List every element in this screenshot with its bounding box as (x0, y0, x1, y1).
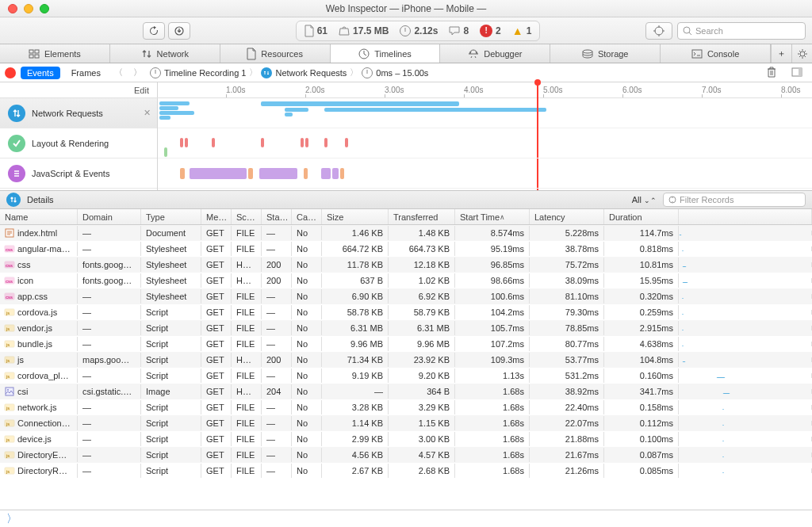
crumb-recording[interactable]: Timeline Recording 1 (150, 67, 247, 78)
minimize-window-button[interactable] (24, 4, 33, 13)
file-icon: js (5, 418, 14, 428)
column-header[interactable]: Domain (78, 209, 141, 224)
table-row[interactable]: jsdevice.js—ScriptGETFILE—No2.99 KB3.00 … (0, 431, 812, 447)
column-header[interactable]: Duration (604, 209, 679, 224)
svg-text:css: css (6, 295, 13, 300)
tab-console[interactable]: Console (661, 44, 771, 63)
error-count[interactable]: !2 (480, 25, 501, 37)
table-header[interactable]: NameDomainTypeMe…Sc…Sta…Ca…SizeTransferr… (0, 209, 812, 225)
column-header[interactable]: Transferred (389, 209, 455, 224)
file-icon: css (5, 276, 14, 285)
category-label: Layout & Rendering (32, 139, 109, 148)
column-header[interactable]: Sta… (262, 209, 292, 224)
column-header[interactable]: Sc… (232, 209, 262, 224)
category-label: Network Requests (32, 109, 103, 118)
table-row[interactable]: cssapp.css—StylesheetGETFILE—No6.90 KB6.… (0, 288, 812, 304)
table-row[interactable]: jsConnection…—ScriptGETFILE—No1.14 KB1.1… (0, 415, 812, 431)
column-header[interactable]: Start Time (455, 209, 530, 224)
net-icon (8, 105, 25, 122)
close-icon[interactable]: ✕ (144, 108, 151, 118)
crumb-range[interactable]: 0ms – 15.00s (362, 67, 428, 78)
column-header[interactable]: Size (322, 209, 389, 224)
plus-tab-button[interactable]: ＋ (771, 44, 791, 63)
svg-rect-6 (35, 55, 39, 58)
svg-text:css: css (6, 263, 13, 268)
scope-events[interactable]: Events (21, 67, 60, 79)
table-row[interactable]: cssiconfonts.goog…StylesheetGETHT…200No6… (0, 273, 812, 288)
file-icon: js (5, 307, 14, 317)
column-header[interactable]: Name (0, 209, 78, 224)
category-layout[interactable]: Layout & Rendering (0, 128, 157, 158)
tab-resources[interactable]: Resources (220, 44, 331, 63)
table-row[interactable]: cssangular-ma…—StylesheetGETFILE—No664.7… (0, 241, 812, 257)
svg-text:js: js (6, 342, 10, 347)
category-net[interactable]: Network Requests✕ (0, 98, 157, 128)
svg-text:js: js (6, 374, 10, 379)
filter-input[interactable]: Filter Records (663, 193, 806, 207)
table-row[interactable]: jsDirectoryE…—ScriptGETFILE—No4.56 KB4.5… (0, 447, 812, 463)
file-icon (5, 387, 14, 396)
table-row[interactable]: index.html—DocumentGETFILE—No1.46 KB1.48… (0, 225, 812, 241)
gear-tab-button[interactable] (791, 44, 812, 63)
svg-rect-3 (29, 50, 33, 53)
element-selection-button[interactable] (645, 22, 672, 40)
download-button[interactable] (168, 22, 190, 40)
svg-text:js: js (6, 469, 10, 474)
debugger-icon (468, 49, 479, 59)
network-icon (6, 193, 21, 207)
svg-text:css: css (6, 279, 13, 284)
tab-network[interactable]: Network (110, 44, 220, 63)
details-label: Details (27, 195, 54, 204)
table-row[interactable]: jscordova_pl…—ScriptGETFILE—No9.19 KB9.2… (0, 368, 812, 384)
column-header[interactable]: Me… (201, 209, 232, 224)
edit-button[interactable]: Edit (0, 82, 158, 97)
close-window-button[interactable] (8, 4, 17, 13)
scope-all-button[interactable]: All ⌄⌃ (632, 195, 657, 204)
sidebar-right-button[interactable] (787, 67, 807, 79)
log-count[interactable]: 8 (449, 25, 469, 36)
nav-back-button[interactable]: 〈 (112, 67, 126, 78)
column-header[interactable]: Type (141, 209, 201, 224)
file-icon: js (5, 323, 14, 333)
console-prompt[interactable]: 〉 (0, 510, 812, 527)
network-table: NameDomainTypeMe…Sc…Sta…Ca…SizeTransferr… (0, 209, 812, 479)
tab-bar: ElementsNetworkResourcesTimelinesDebugge… (0, 44, 812, 63)
category-js[interactable]: JavaScript & Events (0, 158, 157, 189)
document-icon (304, 25, 314, 36)
table-row[interactable]: csscssfonts.goog…StylesheetGETHT…200No11… (0, 257, 812, 273)
clock-icon (362, 67, 373, 78)
tab-debugger[interactable]: Debugger (440, 44, 550, 63)
memory-size: 17.5 MB (339, 25, 389, 36)
nav-forward-button[interactable]: 〉 (131, 67, 145, 78)
table-row[interactable]: jsbundle.js—ScriptGETFILE—No9.96 MB9.96 … (0, 336, 812, 352)
details-bar: Details All ⌄⌃ Filter Records (0, 190, 812, 209)
tab-elements[interactable]: Elements (0, 44, 110, 63)
tab-timelines[interactable]: Timelines (331, 44, 441, 63)
table-row[interactable]: jsjsmaps.goo…ScriptGETHT…200No71.34 KB23… (0, 352, 812, 368)
table-row[interactable]: jscordova.js—ScriptGETFILE—No58.78 KB58.… (0, 304, 812, 320)
table-row[interactable]: jsnetwork.js—ScriptGETFILE—No3.28 KB3.29… (0, 399, 812, 415)
category-sidebar: Network Requests✕Layout & RenderingJavaS… (0, 98, 158, 190)
zoom-window-button[interactable] (40, 4, 49, 13)
network-icon (261, 67, 272, 78)
column-header[interactable]: Latency (530, 209, 604, 224)
trash-button[interactable] (761, 67, 782, 79)
window-titlebar: Web Inspector — iPhone — Mobile — (0, 0, 812, 17)
crumb-category[interactable]: Network Requests (261, 67, 347, 78)
tab-storage[interactable]: Storage (550, 44, 661, 63)
timeline-ruler[interactable]: Edit 1.00s2.00s3.00s4.00s5.00s6.00s7.00s… (0, 82, 812, 98)
record-button[interactable] (5, 67, 16, 78)
reload-button[interactable] (143, 22, 165, 40)
table-row[interactable]: jsDirectoryR…—ScriptGETFILE—No2.67 KB2.6… (0, 463, 812, 479)
warning-count[interactable]: ▲1 (512, 25, 532, 37)
timeline-overview[interactable] (158, 98, 812, 190)
filter-icon (668, 196, 676, 204)
svg-rect-5 (29, 55, 33, 58)
search-input[interactable]: Search (677, 22, 806, 40)
column-header[interactable]: Ca… (292, 209, 322, 224)
file-icon: js (5, 355, 14, 365)
table-row[interactable]: csicsi.gstatic.…ImageGETHT…204No—364 B1.… (0, 384, 812, 399)
resources-icon (247, 48, 256, 59)
scope-frames[interactable]: Frames (65, 67, 107, 79)
table-row[interactable]: jsvendor.js—ScriptGETFILE—No6.31 MB6.31 … (0, 320, 812, 336)
